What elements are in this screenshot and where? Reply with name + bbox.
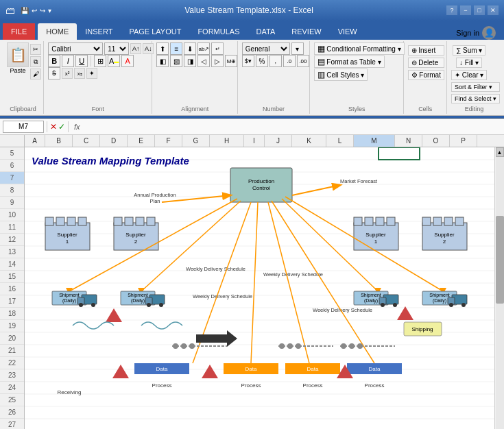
row-24[interactable]: 24 — [0, 382, 24, 394]
tab-page-layout[interactable]: PAGE LAYOUT — [121, 23, 189, 40]
col-header-g[interactable]: G — [182, 135, 210, 147]
grid-area[interactable]: Value Stream Mapping Template Production… — [25, 147, 504, 429]
conditional-formatting-button[interactable]: ▦ Conditional Formatting ▾ — [314, 42, 404, 55]
autosum-button[interactable]: ∑ Sum ▾ — [453, 45, 485, 56]
number-format-dropdown[interactable]: ▾ — [291, 42, 304, 55]
percent-button[interactable]: % — [256, 55, 268, 67]
fill-button[interactable]: ↓ Fill ▾ — [456, 58, 482, 68]
row-25[interactable]: 25 — [0, 394, 24, 406]
col-header-f[interactable]: F — [155, 135, 182, 147]
align-center-button[interactable]: ▧ — [170, 55, 182, 67]
col-header-a[interactable]: A — [25, 135, 45, 147]
increase-font-button[interactable]: A↑ — [130, 43, 141, 54]
col-header-b[interactable]: B — [45, 135, 73, 147]
tab-review[interactable]: REVIEW — [283, 23, 329, 40]
confirm-formula-icon[interactable]: ✓ — [58, 122, 65, 132]
delete-cells-button[interactable]: ⊖ Delete — [408, 58, 444, 68]
col-header-p[interactable]: P — [450, 135, 477, 147]
help-button[interactable]: ? — [446, 5, 457, 15]
redo-icon[interactable]: ↪ — [40, 7, 45, 14]
subscript-button[interactable]: x₂ — [74, 68, 85, 79]
cell-reference-input[interactable] — [3, 121, 44, 133]
row-16[interactable]: 16 — [0, 283, 24, 295]
text-direction-button[interactable]: ab↗ — [197, 42, 210, 55]
sign-in-area[interactable]: Sign in 👤 — [451, 26, 501, 40]
row-26[interactable]: 26 — [0, 406, 24, 419]
tab-home[interactable]: HOME — [38, 23, 77, 40]
cut-button[interactable]: ✂ — [30, 44, 41, 55]
row-22[interactable]: 22 — [0, 357, 24, 369]
underline-button[interactable]: U — [75, 55, 88, 67]
col-header-c[interactable]: C — [73, 135, 100, 147]
border-button[interactable]: ⊞ — [94, 55, 106, 67]
row-8[interactable]: 8 — [0, 184, 24, 197]
row-5[interactable]: 5 — [0, 147, 24, 160]
row-27[interactable]: 27 — [0, 419, 24, 429]
tab-formulas[interactable]: FORMULAS — [189, 23, 248, 40]
copy-button[interactable]: ⧉ — [30, 56, 41, 67]
scroll-track-v[interactable] — [496, 157, 504, 429]
col-header-l[interactable]: L — [326, 135, 354, 147]
font-color-button[interactable]: A — [121, 55, 134, 67]
maximize-button[interactable]: □ — [474, 5, 485, 15]
sort-filter-button[interactable]: Sort & Filter ▾ — [451, 82, 500, 92]
increase-decimal-button[interactable]: .00 — [297, 55, 309, 67]
tab-data[interactable]: DATA — [248, 23, 284, 40]
row-13[interactable]: 13 — [0, 246, 24, 258]
row-6[interactable]: 6 — [0, 160, 24, 172]
font-name-select[interactable]: Calibri — [48, 42, 103, 55]
find-select-button[interactable]: Find & Select ▾ — [451, 94, 500, 103]
number-format-select[interactable]: General — [242, 42, 290, 55]
row-15[interactable]: 15 — [0, 271, 24, 283]
wrap-text-button[interactable]: ↵ — [211, 42, 224, 55]
scroll-thumb-v[interactable] — [496, 216, 504, 304]
scroll-up-button[interactable]: ▲ — [496, 147, 504, 157]
row-18[interactable]: 18 — [0, 308, 24, 320]
clear-formats-button[interactable]: ✦ — [86, 68, 97, 79]
col-header-e[interactable]: E — [128, 135, 155, 147]
row-20[interactable]: 20 — [0, 332, 24, 345]
row-23[interactable]: 23 — [0, 369, 24, 382]
col-header-o[interactable]: O — [422, 135, 450, 147]
paste-button[interactable]: 📋 Paste — [7, 42, 29, 79]
align-top-button[interactable]: ⬆ — [156, 42, 169, 55]
row-9[interactable]: 9 — [0, 197, 24, 209]
formula-input[interactable] — [86, 121, 501, 133]
col-header-j[interactable]: J — [265, 135, 292, 147]
currency-button[interactable]: $▾ — [242, 55, 254, 67]
cell-styles-button[interactable]: ▥ Cell Styles ▾ — [314, 69, 368, 81]
decrease-decimal-button[interactable]: .0 — [283, 55, 296, 67]
superscript-button[interactable]: x² — [62, 68, 73, 79]
row-11[interactable]: 11 — [0, 221, 24, 234]
undo-icon[interactable]: ↩ — [32, 7, 37, 14]
increase-indent-button[interactable]: ▷ — [211, 55, 224, 67]
tab-view[interactable]: VIEW — [330, 23, 365, 40]
format-painter-button[interactable]: 🖌 — [30, 69, 41, 79]
font-size-select[interactable]: 11 — [104, 42, 129, 55]
align-right-button[interactable]: ◨ — [184, 55, 196, 67]
align-bottom-button[interactable]: ⬇ — [184, 42, 196, 55]
row-21[interactable]: 21 — [0, 345, 24, 357]
row-14[interactable]: 14 — [0, 258, 24, 271]
bold-button[interactable]: B — [48, 55, 60, 67]
col-header-k[interactable]: K — [292, 135, 326, 147]
row-10[interactable]: 10 — [0, 209, 24, 221]
format-as-table-button[interactable]: ▤ Format as Table ▾ — [314, 56, 384, 68]
decrease-indent-button[interactable]: ◁ — [197, 55, 210, 67]
close-button[interactable]: ✕ — [488, 5, 499, 15]
align-middle-button[interactable]: ≡ — [170, 42, 182, 55]
vertical-scrollbar[interactable]: ▲ ▼ — [494, 147, 504, 429]
tab-insert[interactable]: INSERT — [77, 23, 121, 40]
format-cells-button[interactable]: ⚙ Format — [408, 70, 444, 80]
cancel-formula-icon[interactable]: ✕ — [50, 122, 57, 132]
col-header-i[interactable]: I — [244, 135, 265, 147]
col-header-d[interactable]: D — [100, 135, 128, 147]
align-left-button[interactable]: ◧ — [156, 55, 169, 67]
fill-color-button[interactable]: A▬ — [108, 55, 120, 67]
row-19[interactable]: 19 — [0, 320, 24, 332]
tab-file[interactable]: FILE — [3, 23, 35, 40]
merge-center-button[interactable]: M⊕ — [225, 55, 237, 67]
comma-button[interactable]: , — [269, 55, 282, 67]
sign-in-label[interactable]: Sign in — [456, 29, 479, 37]
row-12[interactable]: 12 — [0, 234, 24, 246]
